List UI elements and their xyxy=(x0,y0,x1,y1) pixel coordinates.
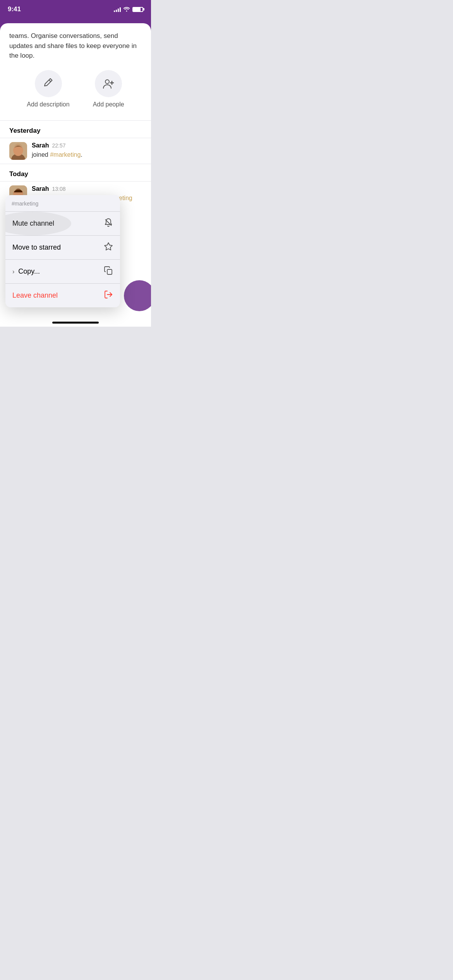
chevron-right-icon: › xyxy=(12,268,14,275)
leave-channel-item[interactable]: Leave channel xyxy=(5,283,120,307)
mute-channel-item[interactable]: Mute channel xyxy=(5,211,120,235)
context-menu-title: #marketing xyxy=(5,195,120,211)
leave-channel-label: Leave channel xyxy=(12,291,58,300)
copy-label: Copy... xyxy=(18,267,40,276)
move-to-starred-item[interactable]: Move to starred xyxy=(5,235,120,259)
star-icon xyxy=(104,242,113,253)
context-menu: #marketing Mute channel Move to starred xyxy=(5,195,120,307)
mute-icon xyxy=(104,218,113,229)
svg-rect-7 xyxy=(107,269,112,274)
home-indicator xyxy=(52,322,99,324)
copy-item[interactable]: › Copy... xyxy=(5,259,120,283)
copy-icon xyxy=(104,266,113,277)
purple-blob-decoration xyxy=(124,280,151,311)
context-menu-overlay[interactable]: #marketing Mute channel Move to starred xyxy=(0,0,151,327)
move-to-starred-label: Move to starred xyxy=(12,243,61,252)
leave-icon xyxy=(104,290,113,301)
